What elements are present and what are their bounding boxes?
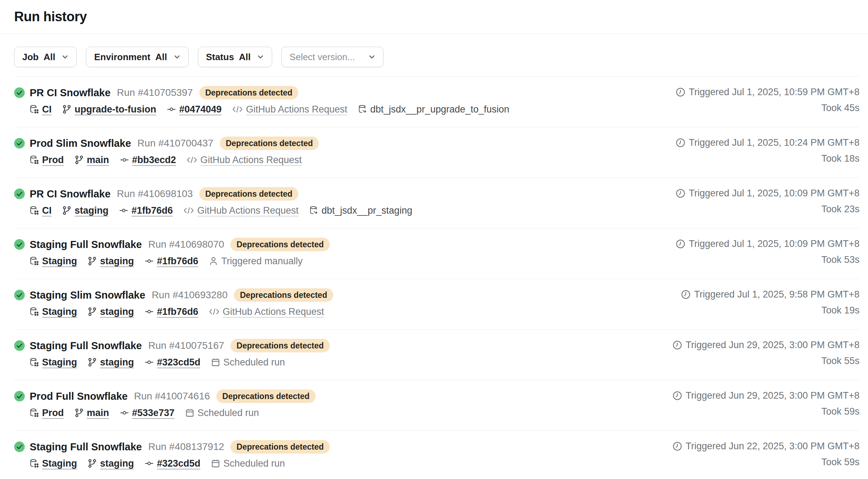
chevron-down-icon	[257, 53, 264, 60]
commit-link[interactable]: #323cd5d	[145, 458, 200, 469]
commit-hash: #1fb76d6	[131, 205, 173, 216]
git-commit-icon	[120, 155, 129, 165]
commit-link[interactable]: #0474049	[167, 104, 222, 115]
branch-link[interactable]: main	[75, 408, 109, 419]
environment-name: Staging	[42, 256, 77, 267]
branch-link[interactable]: upgrade-to-fusion	[62, 104, 156, 115]
environment-filter-label: Environment	[94, 52, 150, 63]
environment-link[interactable]: Staging	[30, 256, 77, 267]
trigger-chip[interactable]: GitHub Actions Request	[187, 155, 302, 166]
deprecations-badge: Deprecations detected	[230, 440, 330, 454]
branch-link[interactable]: staging	[88, 306, 134, 317]
status-filter-dropdown[interactable]: Status All	[198, 47, 272, 67]
git-commit-icon	[145, 307, 154, 316]
run-duration: Took 45s	[821, 103, 860, 114]
environment-icon	[30, 408, 39, 417]
job-name-link[interactable]: Prod Full Snowflake	[30, 391, 128, 402]
run-meta-line: CI staging #1fb76d6	[30, 204, 412, 217]
environment-link[interactable]: Staging	[30, 357, 77, 368]
commit-link[interactable]: #1fb76d6	[145, 306, 198, 317]
branch-link[interactable]: staging	[88, 458, 134, 469]
branch-name: staging	[100, 256, 134, 267]
run-number: Run #408137912	[148, 441, 224, 452]
branch-link[interactable]: staging	[62, 205, 108, 216]
commit-link[interactable]: #533e737	[120, 408, 175, 419]
environment-link[interactable]: Prod	[30, 155, 64, 166]
code-icon	[209, 308, 219, 316]
run-title-line: PR CI Snowflake Run #410705397 Deprecati…	[30, 86, 509, 99]
trigger-chip: Scheduled run	[211, 357, 285, 368]
job-name-link[interactable]: Staging Full Snowflake	[30, 441, 142, 453]
job-name-link[interactable]: Staging Slim Snowflake	[30, 289, 145, 301]
commit-link[interactable]: #1fb76d6	[145, 256, 198, 267]
version-select-dropdown[interactable]: Select version...	[281, 47, 383, 67]
chevron-down-icon	[174, 53, 181, 60]
trigger-label[interactable]: GitHub Actions Request	[223, 306, 324, 317]
page-title: Run history	[14, 8, 854, 25]
trigger-chip: Triggered manually	[209, 256, 303, 267]
environment-link[interactable]: Prod	[30, 408, 64, 419]
commit-link[interactable]: #bb3ecd2	[120, 155, 176, 166]
commit-hash: #533e737	[132, 408, 175, 419]
calendar-icon	[185, 408, 194, 417]
job-name-link[interactable]: PR CI Snowflake	[30, 188, 111, 200]
trigger-label[interactable]: GitHub Actions Request	[246, 104, 347, 115]
git-commit-icon	[145, 256, 154, 266]
run-summary: Staging Full Snowflake Run #410698070 De…	[14, 238, 330, 267]
run-success-icon	[14, 391, 25, 419]
run-number: Run #410698070	[148, 239, 224, 250]
job-name-link[interactable]: Prod Slim Snowflake	[30, 138, 131, 149]
triggered-line: Triggered Jul 1, 2025, 10:09 PM GMT+8	[676, 238, 860, 249]
run-title-line: PR CI Snowflake Run #410698103 Deprecati…	[30, 187, 412, 201]
git-branch-icon	[62, 105, 71, 114]
branch-link[interactable]: main	[75, 155, 109, 166]
run-row: Staging Full Snowflake Run #410698070 De…	[14, 229, 860, 279]
run-timing: Triggered Jul 1, 2025, 10:24 PM GMT+8 To…	[676, 137, 860, 164]
job-filter-dropdown[interactable]: Job All	[14, 47, 77, 67]
clock-icon	[673, 442, 682, 451]
environment-filter-dropdown[interactable]: Environment All	[86, 47, 188, 67]
run-success-icon	[14, 442, 25, 470]
clock-icon	[681, 290, 691, 299]
git-branch-icon	[62, 206, 71, 215]
chevron-down-icon	[368, 53, 375, 60]
run-meta-line: Staging staging #1fb76d6	[30, 255, 330, 267]
commit-hash: #323cd5d	[157, 357, 200, 368]
run-row: Prod Full Snowflake Run #410074616 Depre…	[14, 380, 860, 431]
run-meta-line: Staging staging #1fb76d6	[30, 305, 333, 318]
environment-link[interactable]: Staging	[30, 306, 77, 317]
deprecations-badge: Deprecations detected	[234, 288, 333, 302]
branch-link[interactable]: staging	[88, 357, 134, 368]
triggered-at: Triggered Jul 1, 2025, 10:09 PM GMT+8	[689, 238, 860, 249]
run-number: Run #410705397	[117, 87, 193, 98]
commit-link[interactable]: #323cd5d	[145, 357, 200, 368]
trigger-label: Triggered manually	[221, 256, 303, 267]
environment-icon	[30, 307, 39, 316]
run-timing: Triggered Jun 22, 2025, 3:00 PM GMT+8 To…	[673, 440, 860, 468]
trigger-label[interactable]: GitHub Actions Request	[197, 205, 299, 216]
branch-link[interactable]: staging	[88, 256, 134, 267]
clock-icon	[676, 138, 685, 148]
git-branch-icon	[88, 307, 97, 316]
job-name-link[interactable]: Staging Full Snowflake	[30, 340, 142, 352]
run-duration: Took 59s	[821, 406, 860, 417]
environment-link[interactable]: CI	[30, 104, 52, 115]
commit-link[interactable]: #1fb76d6	[119, 205, 173, 216]
trigger-chip[interactable]: GitHub Actions Request	[209, 306, 324, 317]
calendar-icon	[211, 459, 220, 468]
git-branch-icon	[75, 408, 84, 417]
run-duration: Took 53s	[821, 254, 860, 265]
database-arrow-icon	[358, 105, 367, 114]
trigger-chip[interactable]: GitHub Actions Request	[183, 205, 299, 216]
trigger-chip[interactable]: GitHub Actions Request	[232, 104, 347, 115]
trigger-label[interactable]: GitHub Actions Request	[200, 155, 302, 166]
job-name-link[interactable]: Staging Full Snowflake	[30, 239, 142, 250]
clock-icon	[676, 189, 685, 198]
job-name-link[interactable]: PR CI Snowflake	[30, 87, 111, 99]
environment-name: CI	[42, 104, 52, 115]
triggered-line: Triggered Jun 29, 2025, 3:00 PM GMT+8	[673, 340, 860, 351]
triggered-line: Triggered Jul 1, 2025, 10:09 PM GMT+8	[676, 188, 860, 199]
triggered-at: Triggered Jul 1, 2025, 9:58 PM GMT+8	[694, 289, 860, 300]
environment-link[interactable]: CI	[30, 205, 52, 216]
environment-link[interactable]: Staging	[30, 458, 77, 469]
